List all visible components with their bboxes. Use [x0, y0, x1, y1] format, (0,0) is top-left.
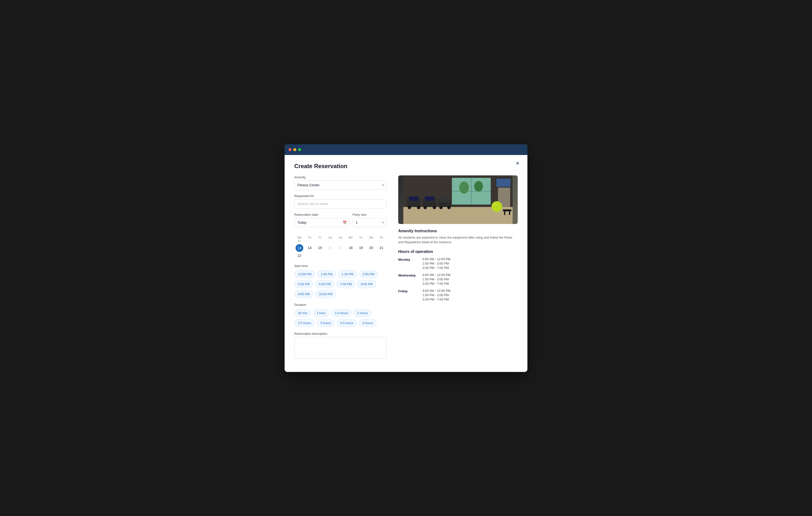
svg-point-18 — [424, 206, 427, 209]
minimize-traffic-light[interactable] — [293, 148, 296, 151]
svg-rect-26 — [503, 210, 512, 211]
cal-date-16: 16 — [325, 244, 335, 252]
maximize-traffic-light[interactable] — [298, 148, 301, 151]
hours-table: Monday 9:00 AM - 12:00 PM 1:00 PM - 3:00… — [398, 257, 518, 301]
hours-time-fri-3: 3:30 PM - 7:00 PM — [423, 298, 451, 301]
hours-time-wed-2: 1:00 PM - 3:00 PM — [423, 277, 451, 281]
close-button[interactable]: ✕ — [516, 161, 520, 166]
svg-point-6 — [474, 181, 483, 192]
hours-time-wed-1: 9:00 AM - 12:00 PM — [423, 273, 451, 277]
hours-times-friday: 9:00 AM - 12:00 PM 1:00 PM - 3:00 PM 3:3… — [423, 289, 451, 301]
svg-point-14 — [417, 206, 420, 209]
duration-1hour[interactable]: 1 hour — [313, 309, 329, 317]
time-slot-500pm[interactable]: 5:00 PM — [294, 280, 313, 288]
hours-time-monday-1: 9:00 AM - 12:00 PM — [423, 257, 451, 261]
day-label-th1: Th — [304, 236, 315, 239]
hours-day-wednesday: Wednesday — [398, 273, 423, 286]
amenity-image — [398, 175, 518, 224]
hours-row-wednesday: Wednesday 9:00 AM - 12:00 PM 1:00 PM - 3… — [398, 273, 518, 286]
requested-for-input[interactable] — [294, 199, 386, 209]
right-panel: Amenity Instructions All residents are e… — [398, 175, 518, 364]
cal-date-17: 17 — [335, 244, 346, 252]
titlebar — [285, 144, 527, 155]
duration-15hours[interactable]: 1.5 hours — [331, 309, 352, 317]
duration-35hours[interactable]: 3.5 hours — [337, 319, 357, 327]
amenity-select-wrapper: Fitness Center ▾ — [294, 181, 386, 190]
description-textarea[interactable] — [294, 337, 386, 359]
time-slot-100pm[interactable]: 1:00 PM — [317, 270, 336, 278]
requested-for-field-group: Requested for — [294, 194, 386, 209]
modal-window: ✕ Create Reservation Amenity Fitness Cen… — [285, 144, 527, 372]
cal-date-22[interactable]: 22 — [294, 252, 304, 259]
cal-date-13[interactable]: 13 — [295, 244, 303, 252]
cal-date-15[interactable]: 15 — [315, 244, 325, 252]
day-label-th2: Th — [376, 236, 386, 239]
day-label-we2: We — [366, 236, 376, 239]
hours-times-wednesday: 9:00 AM - 12:00 PM 1:00 PM - 3:00 PM 3:3… — [423, 273, 451, 286]
hours-time-fri-1: 9:00 AM - 12:00 PM — [423, 289, 451, 293]
cal-date-20[interactable]: 20 — [366, 244, 376, 252]
time-slot-700pm[interactable]: 7:00 PM — [336, 280, 355, 288]
duration-25hours[interactable]: 2.5 hours — [294, 319, 315, 327]
description-label: Reservation description — [294, 332, 386, 335]
reservation-date-input[interactable] — [294, 218, 350, 227]
close-traffic-light[interactable] — [288, 148, 291, 151]
duration-30min[interactable]: 30 min — [294, 309, 311, 317]
cal-date-21[interactable]: 21 — [376, 244, 386, 252]
hours-time-wed-3: 3:30 PM - 7:00 PM — [423, 282, 451, 286]
svg-rect-28 — [509, 211, 510, 215]
time-slot-1200pm[interactable]: 12:00 PM — [294, 270, 315, 278]
svg-rect-12 — [409, 196, 418, 201]
duration-2hours[interactable]: 2 hours — [353, 309, 371, 317]
day-label-tu: Tu — [356, 236, 366, 239]
svg-point-22 — [439, 206, 443, 209]
time-slots: 12:00 PM 1:00 PM 1:30 PM 2:00 PM 5:00 PM… — [294, 270, 386, 298]
cal-date-19[interactable]: 19 — [356, 244, 366, 252]
cal-date-18[interactable]: 18 — [346, 244, 356, 252]
svg-rect-9 — [496, 179, 511, 187]
modal-content: ✕ Create Reservation Amenity Fitness Cen… — [285, 155, 527, 372]
hours-time-monday-3: 3:30 PM - 7:00 PM — [423, 266, 451, 270]
calendar: We Th Fr Sa Su Mo Tu We Th Fr 13 14 — [294, 236, 386, 259]
amenity-label: Amenity — [294, 175, 386, 179]
svg-point-13 — [408, 206, 411, 209]
description-field-group: Reservation description — [294, 332, 386, 360]
day-label-mo: Mo — [346, 236, 356, 239]
hours-day-friday: Friday — [398, 289, 423, 301]
duration-label: Duration — [294, 303, 386, 306]
instructions-title: Amenity Instructions — [398, 229, 518, 233]
hours-title: Hours of operation — [398, 249, 518, 254]
calendar-header: We Th Fr Sa Su Mo Tu We Th Fr — [294, 236, 386, 243]
main-layout: Amenity Fitness Center ▾ Requested for R… — [294, 175, 518, 364]
gym-illustration — [398, 175, 518, 224]
date-party-row: Reservation date 📅 Party size 1 2 — [294, 213, 386, 232]
svg-point-5 — [459, 182, 469, 194]
hours-row-friday: Friday 9:00 AM - 12:00 PM 1:00 PM - 3:00… — [398, 289, 518, 301]
time-slot-800pm[interactable]: 8:00 PM — [357, 280, 376, 288]
day-label-fr1: Fr — [315, 236, 325, 239]
duration-4hours[interactable]: 4 hours — [359, 319, 377, 327]
reservation-date-group: Reservation date 📅 — [294, 213, 350, 227]
day-label-su: Su — [335, 236, 346, 239]
time-slot-1000pm[interactable]: 10:00 PM — [315, 290, 336, 298]
time-slot-600pm[interactable]: 6:00 PM — [315, 280, 334, 288]
requested-for-label: Requested for — [294, 194, 386, 198]
hours-time-fri-2: 1:00 PM - 3:00 PM — [423, 293, 451, 297]
svg-point-24 — [491, 201, 502, 212]
page-title: Create Reservation — [294, 163, 518, 169]
time-slot-900pm[interactable]: 9:00 PM — [294, 290, 313, 298]
party-size-select[interactable]: 1 2 3 4 5 — [353, 218, 386, 227]
calendar-dates: 13 14 15 16 17 18 19 20 21 22 — [294, 244, 386, 259]
left-panel: Amenity Fitness Center ▾ Requested for R… — [294, 175, 386, 364]
hours-row-monday: Monday 9:00 AM - 12:00 PM 1:00 PM - 3:00… — [398, 257, 518, 270]
cal-date-14[interactable]: 14 — [304, 244, 315, 252]
instructions-text: All residents are expected to clean the … — [398, 235, 518, 245]
reservation-date-label: Reservation date — [294, 213, 350, 216]
duration-3hours[interactable]: 3 hours — [317, 319, 335, 327]
svg-point-25 — [493, 203, 497, 206]
amenity-select[interactable]: Fitness Center — [294, 181, 386, 190]
party-size-label: Party size — [353, 213, 386, 216]
time-slot-200pm[interactable]: 2:00 PM — [359, 270, 378, 278]
day-label-sa: Sa — [325, 236, 335, 239]
time-slot-130pm[interactable]: 1:30 PM — [338, 270, 357, 278]
